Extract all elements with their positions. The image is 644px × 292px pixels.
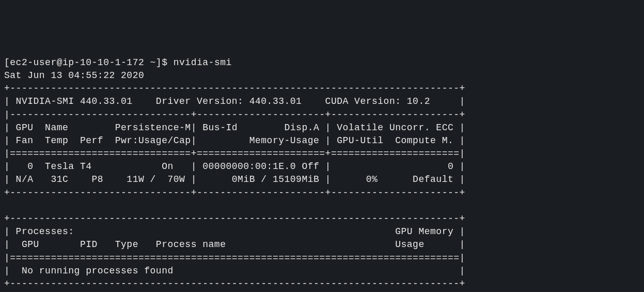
table-border-bottom: +-------------------------------+-------… — [4, 188, 465, 198]
timestamp-line: Sat Jun 13 04:55:22 2020 — [4, 70, 144, 81]
processes-border-bottom: +---------------------------------------… — [4, 279, 465, 289]
processes-divider: |=======================================… — [4, 253, 465, 263]
command-text: nvidia-smi — [174, 57, 232, 68]
gpu-data-row1: | 0 Tesla T4 On | 00000000:00:1E.0 Off |… — [4, 161, 465, 172]
table-divider-equals: |===============================+=======… — [4, 148, 465, 159]
processes-border-top: +---------------------------------------… — [4, 213, 465, 224]
column-header-row1: | GPU Name Persistence-M| Bus-Id Disp.A … — [4, 122, 465, 133]
column-header-row2: | Fan Temp Perf Pwr:Usage/Cap| Memory-Us… — [4, 135, 465, 146]
processes-none: | No running processes found | — [4, 266, 465, 276]
table-divider: |-------------------------------+-------… — [4, 110, 465, 120]
table-border-top: +---------------------------------------… — [4, 83, 465, 94]
shell-prompt: [ec2-user@ip-10-10-1-172 ~]$ — [4, 57, 174, 68]
terminal-output: [ec2-user@ip-10-10-1-172 ~]$ nvidia-smi … — [4, 56, 640, 290]
gpu-data-row2: | N/A 31C P8 11W / 70W | 0MiB / 15109MiB… — [4, 174, 465, 185]
version-header-line: | NVIDIA-SMI 440.33.01 Driver Version: 4… — [4, 96, 465, 106]
processes-header: | Processes: GPU Memory | — [4, 226, 465, 237]
blank-line — [4, 201, 465, 211]
processes-columns: | GPU PID Type Process name Usage | — [4, 239, 465, 250]
